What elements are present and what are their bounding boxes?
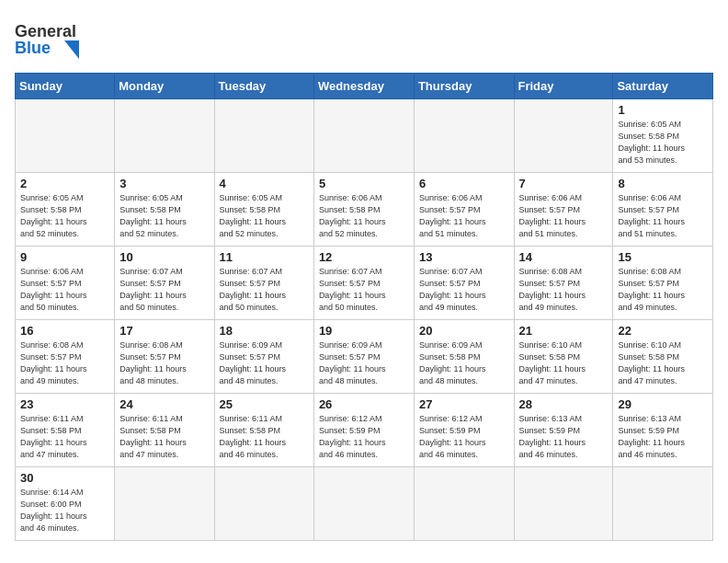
day-number: 20 — [419, 324, 509, 338]
day-info: Sunrise: 6:08 AM Sunset: 5:57 PM Dayligh… — [618, 266, 708, 314]
day-info: Sunrise: 6:13 AM Sunset: 5:59 PM Dayligh… — [618, 413, 708, 461]
calendar-cell: 9Sunrise: 6:06 AM Sunset: 5:57 PM Daylig… — [16, 247, 115, 320]
day-number: 23 — [20, 397, 109, 411]
calendar-cell: 7Sunrise: 6:06 AM Sunset: 5:57 PM Daylig… — [514, 173, 613, 247]
day-info: Sunrise: 6:08 AM Sunset: 5:57 PM Dayligh… — [119, 339, 209, 387]
day-number: 13 — [419, 250, 509, 264]
day-number: 24 — [119, 397, 209, 411]
weekday-header-monday: Monday — [115, 74, 214, 99]
day-number: 3 — [119, 177, 209, 190]
calendar-cell — [613, 467, 713, 541]
calendar-cell: 2Sunrise: 6:05 AM Sunset: 5:58 PM Daylig… — [16, 173, 115, 247]
calendar-cell — [16, 99, 115, 173]
day-number: 8 — [618, 177, 708, 190]
calendar-cell — [115, 99, 214, 173]
calendar-cell: 11Sunrise: 6:07 AM Sunset: 5:57 PM Dayli… — [214, 247, 313, 320]
weekday-header-saturday: Saturday — [613, 74, 713, 99]
calendar-cell: 28Sunrise: 6:13 AM Sunset: 5:59 PM Dayli… — [514, 394, 613, 467]
calendar-cell — [313, 467, 414, 541]
day-number: 15 — [618, 250, 708, 264]
calendar-cell: 29Sunrise: 6:13 AM Sunset: 5:59 PM Dayli… — [613, 394, 713, 467]
calendar-cell: 12Sunrise: 6:07 AM Sunset: 5:57 PM Dayli… — [313, 247, 414, 320]
calendar-cell: 25Sunrise: 6:11 AM Sunset: 5:58 PM Dayli… — [214, 394, 313, 467]
calendar-cell: 1Sunrise: 6:05 AM Sunset: 5:58 PM Daylig… — [613, 99, 713, 173]
day-number: 10 — [119, 250, 209, 264]
calendar-cell: 14Sunrise: 6:08 AM Sunset: 5:57 PM Dayli… — [514, 247, 613, 320]
day-info: Sunrise: 6:06 AM Sunset: 5:57 PM Dayligh… — [20, 266, 109, 314]
day-number: 11 — [220, 250, 309, 264]
day-number: 2 — [20, 177, 109, 190]
day-number: 4 — [220, 177, 309, 190]
calendar-table: SundayMondayTuesdayWednesdayThursdayFrid… — [15, 73, 713, 541]
calendar-cell: 10Sunrise: 6:07 AM Sunset: 5:57 PM Dayli… — [115, 247, 214, 320]
day-number: 12 — [319, 250, 409, 264]
day-info: Sunrise: 6:06 AM Sunset: 5:58 PM Dayligh… — [319, 192, 409, 240]
calendar-week-5: 23Sunrise: 6:11 AM Sunset: 5:58 PM Dayli… — [16, 394, 713, 467]
day-number: 30 — [20, 471, 109, 485]
day-number: 26 — [319, 397, 409, 411]
day-info: Sunrise: 6:08 AM Sunset: 5:57 PM Dayligh… — [20, 339, 109, 387]
day-info: Sunrise: 6:06 AM Sunset: 5:57 PM Dayligh… — [519, 192, 609, 240]
day-info: Sunrise: 6:05 AM Sunset: 5:58 PM Dayligh… — [618, 119, 708, 167]
calendar-cell — [214, 467, 313, 541]
calendar-cell: 21Sunrise: 6:10 AM Sunset: 5:58 PM Dayli… — [514, 320, 613, 394]
day-info: Sunrise: 6:11 AM Sunset: 5:58 PM Dayligh… — [119, 413, 209, 461]
calendar-cell: 13Sunrise: 6:07 AM Sunset: 5:57 PM Dayli… — [414, 247, 514, 320]
day-info: Sunrise: 6:05 AM Sunset: 5:58 PM Dayligh… — [20, 192, 109, 240]
day-info: Sunrise: 6:10 AM Sunset: 5:58 PM Dayligh… — [519, 339, 609, 387]
svg-marker-2 — [64, 40, 79, 59]
day-info: Sunrise: 6:10 AM Sunset: 5:58 PM Dayligh… — [618, 339, 708, 387]
calendar-week-2: 2Sunrise: 6:05 AM Sunset: 5:58 PM Daylig… — [16, 173, 713, 247]
calendar-week-4: 16Sunrise: 6:08 AM Sunset: 5:57 PM Dayli… — [16, 320, 713, 394]
day-number: 28 — [519, 397, 609, 411]
day-info: Sunrise: 6:05 AM Sunset: 5:58 PM Dayligh… — [119, 192, 209, 240]
day-number: 21 — [519, 324, 609, 338]
calendar-cell: 17Sunrise: 6:08 AM Sunset: 5:57 PM Dayli… — [115, 320, 214, 394]
calendar-cell: 23Sunrise: 6:11 AM Sunset: 5:58 PM Dayli… — [16, 394, 115, 467]
day-number: 18 — [220, 324, 309, 338]
day-number: 5 — [319, 177, 409, 190]
svg-text:Blue: Blue — [15, 39, 51, 57]
calendar-cell: 3Sunrise: 6:05 AM Sunset: 5:58 PM Daylig… — [115, 173, 214, 247]
day-info: Sunrise: 6:09 AM Sunset: 5:58 PM Dayligh… — [419, 339, 509, 387]
day-info: Sunrise: 6:06 AM Sunset: 5:57 PM Dayligh… — [618, 192, 708, 240]
calendar-week-6: 30Sunrise: 6:14 AM Sunset: 6:00 PM Dayli… — [16, 467, 713, 541]
calendar-cell: 20Sunrise: 6:09 AM Sunset: 5:58 PM Dayli… — [414, 320, 514, 394]
calendar-cell: 18Sunrise: 6:09 AM Sunset: 5:57 PM Dayli… — [214, 320, 313, 394]
calendar-cell: 4Sunrise: 6:05 AM Sunset: 5:58 PM Daylig… — [214, 173, 313, 247]
day-info: Sunrise: 6:11 AM Sunset: 5:58 PM Dayligh… — [220, 413, 309, 461]
day-info: Sunrise: 6:05 AM Sunset: 5:58 PM Dayligh… — [220, 192, 309, 240]
day-info: Sunrise: 6:07 AM Sunset: 5:57 PM Dayligh… — [419, 266, 509, 314]
day-info: Sunrise: 6:07 AM Sunset: 5:57 PM Dayligh… — [119, 266, 209, 314]
day-number: 17 — [119, 324, 209, 338]
calendar-cell: 8Sunrise: 6:06 AM Sunset: 5:57 PM Daylig… — [613, 173, 713, 247]
calendar-cell: 27Sunrise: 6:12 AM Sunset: 5:59 PM Dayli… — [414, 394, 514, 467]
day-number: 16 — [20, 324, 109, 338]
day-number: 7 — [519, 177, 609, 190]
day-number: 22 — [618, 324, 708, 338]
weekday-header-wednesday: Wednesday — [313, 74, 414, 99]
svg-text:General: General — [15, 22, 76, 40]
calendar-cell — [414, 467, 514, 541]
day-number: 29 — [618, 397, 708, 411]
calendar-cell: 30Sunrise: 6:14 AM Sunset: 6:00 PM Dayli… — [16, 467, 115, 541]
logo: General Blue — [15, 15, 83, 65]
weekday-header-tuesday: Tuesday — [214, 74, 313, 99]
weekday-header-friday: Friday — [514, 74, 613, 99]
day-info: Sunrise: 6:13 AM Sunset: 5:59 PM Dayligh… — [519, 413, 609, 461]
calendar-cell — [514, 467, 613, 541]
day-number: 19 — [319, 324, 409, 338]
calendar-cell: 16Sunrise: 6:08 AM Sunset: 5:57 PM Dayli… — [16, 320, 115, 394]
day-number: 6 — [419, 177, 509, 190]
calendar-week-3: 9Sunrise: 6:06 AM Sunset: 5:57 PM Daylig… — [16, 247, 713, 320]
day-info: Sunrise: 6:07 AM Sunset: 5:57 PM Dayligh… — [319, 266, 409, 314]
calendar-cell — [214, 99, 313, 173]
day-info: Sunrise: 6:11 AM Sunset: 5:58 PM Dayligh… — [20, 413, 109, 461]
calendar-header-row: SundayMondayTuesdayWednesdayThursdayFrid… — [16, 74, 713, 99]
page-header: General Blue — [15, 15, 713, 65]
day-info: Sunrise: 6:08 AM Sunset: 5:57 PM Dayligh… — [519, 266, 609, 314]
day-number: 25 — [220, 397, 309, 411]
calendar-cell: 22Sunrise: 6:10 AM Sunset: 5:58 PM Dayli… — [613, 320, 713, 394]
weekday-header-sunday: Sunday — [16, 74, 115, 99]
calendar-cell: 19Sunrise: 6:09 AM Sunset: 5:57 PM Dayli… — [313, 320, 414, 394]
